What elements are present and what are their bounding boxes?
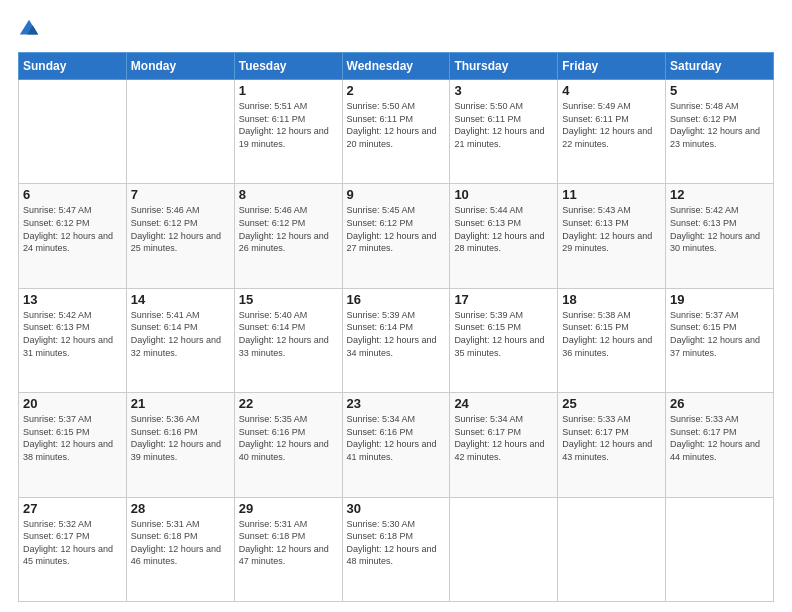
day-info: Sunrise: 5:39 AMSunset: 6:15 PMDaylight:… xyxy=(454,309,553,359)
weekday-header-friday: Friday xyxy=(558,53,666,80)
weekday-header-tuesday: Tuesday xyxy=(234,53,342,80)
day-info: Sunrise: 5:48 AMSunset: 6:12 PMDaylight:… xyxy=(670,100,769,150)
day-info: Sunrise: 5:46 AMSunset: 6:12 PMDaylight:… xyxy=(131,204,230,254)
day-number: 24 xyxy=(454,396,553,411)
day-info: Sunrise: 5:34 AMSunset: 6:17 PMDaylight:… xyxy=(454,413,553,463)
day-number: 2 xyxy=(347,83,446,98)
calendar-cell: 8Sunrise: 5:46 AMSunset: 6:12 PMDaylight… xyxy=(234,184,342,288)
day-info: Sunrise: 5:31 AMSunset: 6:18 PMDaylight:… xyxy=(131,518,230,568)
day-info: Sunrise: 5:40 AMSunset: 6:14 PMDaylight:… xyxy=(239,309,338,359)
day-number: 13 xyxy=(23,292,122,307)
calendar-cell: 4Sunrise: 5:49 AMSunset: 6:11 PMDaylight… xyxy=(558,80,666,184)
calendar-week-row: 20Sunrise: 5:37 AMSunset: 6:15 PMDayligh… xyxy=(19,393,774,497)
calendar-week-row: 6Sunrise: 5:47 AMSunset: 6:12 PMDaylight… xyxy=(19,184,774,288)
day-number: 18 xyxy=(562,292,661,307)
day-info: Sunrise: 5:34 AMSunset: 6:16 PMDaylight:… xyxy=(347,413,446,463)
day-number: 28 xyxy=(131,501,230,516)
day-info: Sunrise: 5:46 AMSunset: 6:12 PMDaylight:… xyxy=(239,204,338,254)
day-number: 25 xyxy=(562,396,661,411)
calendar-cell: 20Sunrise: 5:37 AMSunset: 6:15 PMDayligh… xyxy=(19,393,127,497)
day-info: Sunrise: 5:43 AMSunset: 6:13 PMDaylight:… xyxy=(562,204,661,254)
day-number: 7 xyxy=(131,187,230,202)
header xyxy=(18,18,774,42)
day-number: 3 xyxy=(454,83,553,98)
calendar-cell: 11Sunrise: 5:43 AMSunset: 6:13 PMDayligh… xyxy=(558,184,666,288)
day-number: 6 xyxy=(23,187,122,202)
day-info: Sunrise: 5:33 AMSunset: 6:17 PMDaylight:… xyxy=(562,413,661,463)
day-number: 30 xyxy=(347,501,446,516)
day-info: Sunrise: 5:39 AMSunset: 6:14 PMDaylight:… xyxy=(347,309,446,359)
logo xyxy=(18,18,42,42)
day-info: Sunrise: 5:37 AMSunset: 6:15 PMDaylight:… xyxy=(23,413,122,463)
calendar-cell: 17Sunrise: 5:39 AMSunset: 6:15 PMDayligh… xyxy=(450,288,558,392)
calendar-cell xyxy=(666,497,774,601)
day-info: Sunrise: 5:36 AMSunset: 6:16 PMDaylight:… xyxy=(131,413,230,463)
calendar-header-row: SundayMondayTuesdayWednesdayThursdayFrid… xyxy=(19,53,774,80)
weekday-header-monday: Monday xyxy=(126,53,234,80)
calendar-cell: 26Sunrise: 5:33 AMSunset: 6:17 PMDayligh… xyxy=(666,393,774,497)
calendar-cell: 29Sunrise: 5:31 AMSunset: 6:18 PMDayligh… xyxy=(234,497,342,601)
page: SundayMondayTuesdayWednesdayThursdayFrid… xyxy=(0,0,792,612)
day-info: Sunrise: 5:35 AMSunset: 6:16 PMDaylight:… xyxy=(239,413,338,463)
day-info: Sunrise: 5:51 AMSunset: 6:11 PMDaylight:… xyxy=(239,100,338,150)
calendar-cell: 5Sunrise: 5:48 AMSunset: 6:12 PMDaylight… xyxy=(666,80,774,184)
day-info: Sunrise: 5:42 AMSunset: 6:13 PMDaylight:… xyxy=(670,204,769,254)
calendar-week-row: 1Sunrise: 5:51 AMSunset: 6:11 PMDaylight… xyxy=(19,80,774,184)
day-number: 14 xyxy=(131,292,230,307)
day-info: Sunrise: 5:42 AMSunset: 6:13 PMDaylight:… xyxy=(23,309,122,359)
calendar-cell: 10Sunrise: 5:44 AMSunset: 6:13 PMDayligh… xyxy=(450,184,558,288)
day-number: 26 xyxy=(670,396,769,411)
day-info: Sunrise: 5:33 AMSunset: 6:17 PMDaylight:… xyxy=(670,413,769,463)
calendar-cell: 3Sunrise: 5:50 AMSunset: 6:11 PMDaylight… xyxy=(450,80,558,184)
calendar-cell: 15Sunrise: 5:40 AMSunset: 6:14 PMDayligh… xyxy=(234,288,342,392)
calendar-cell: 22Sunrise: 5:35 AMSunset: 6:16 PMDayligh… xyxy=(234,393,342,497)
weekday-header-saturday: Saturday xyxy=(666,53,774,80)
calendar-cell: 30Sunrise: 5:30 AMSunset: 6:18 PMDayligh… xyxy=(342,497,450,601)
day-info: Sunrise: 5:32 AMSunset: 6:17 PMDaylight:… xyxy=(23,518,122,568)
day-number: 12 xyxy=(670,187,769,202)
day-info: Sunrise: 5:47 AMSunset: 6:12 PMDaylight:… xyxy=(23,204,122,254)
day-info: Sunrise: 5:30 AMSunset: 6:18 PMDaylight:… xyxy=(347,518,446,568)
calendar-cell: 2Sunrise: 5:50 AMSunset: 6:11 PMDaylight… xyxy=(342,80,450,184)
day-info: Sunrise: 5:45 AMSunset: 6:12 PMDaylight:… xyxy=(347,204,446,254)
day-number: 5 xyxy=(670,83,769,98)
calendar-cell: 21Sunrise: 5:36 AMSunset: 6:16 PMDayligh… xyxy=(126,393,234,497)
calendar-cell xyxy=(126,80,234,184)
day-number: 11 xyxy=(562,187,661,202)
calendar-cell xyxy=(19,80,127,184)
calendar-cell: 13Sunrise: 5:42 AMSunset: 6:13 PMDayligh… xyxy=(19,288,127,392)
day-number: 20 xyxy=(23,396,122,411)
calendar-cell: 16Sunrise: 5:39 AMSunset: 6:14 PMDayligh… xyxy=(342,288,450,392)
day-number: 22 xyxy=(239,396,338,411)
day-number: 27 xyxy=(23,501,122,516)
calendar-week-row: 27Sunrise: 5:32 AMSunset: 6:17 PMDayligh… xyxy=(19,497,774,601)
calendar-cell: 1Sunrise: 5:51 AMSunset: 6:11 PMDaylight… xyxy=(234,80,342,184)
weekday-header-sunday: Sunday xyxy=(19,53,127,80)
calendar-cell xyxy=(450,497,558,601)
calendar-cell: 24Sunrise: 5:34 AMSunset: 6:17 PMDayligh… xyxy=(450,393,558,497)
calendar-table: SundayMondayTuesdayWednesdayThursdayFrid… xyxy=(18,52,774,602)
day-number: 21 xyxy=(131,396,230,411)
day-number: 4 xyxy=(562,83,661,98)
calendar-cell: 9Sunrise: 5:45 AMSunset: 6:12 PMDaylight… xyxy=(342,184,450,288)
weekday-header-thursday: Thursday xyxy=(450,53,558,80)
calendar-cell: 18Sunrise: 5:38 AMSunset: 6:15 PMDayligh… xyxy=(558,288,666,392)
calendar-cell: 28Sunrise: 5:31 AMSunset: 6:18 PMDayligh… xyxy=(126,497,234,601)
day-info: Sunrise: 5:37 AMSunset: 6:15 PMDaylight:… xyxy=(670,309,769,359)
day-number: 1 xyxy=(239,83,338,98)
day-number: 29 xyxy=(239,501,338,516)
calendar-cell xyxy=(558,497,666,601)
calendar-cell: 7Sunrise: 5:46 AMSunset: 6:12 PMDaylight… xyxy=(126,184,234,288)
calendar-cell: 6Sunrise: 5:47 AMSunset: 6:12 PMDaylight… xyxy=(19,184,127,288)
calendar-week-row: 13Sunrise: 5:42 AMSunset: 6:13 PMDayligh… xyxy=(19,288,774,392)
logo-icon xyxy=(18,18,40,40)
day-number: 15 xyxy=(239,292,338,307)
day-number: 9 xyxy=(347,187,446,202)
calendar-cell: 14Sunrise: 5:41 AMSunset: 6:14 PMDayligh… xyxy=(126,288,234,392)
day-info: Sunrise: 5:41 AMSunset: 6:14 PMDaylight:… xyxy=(131,309,230,359)
calendar-cell: 23Sunrise: 5:34 AMSunset: 6:16 PMDayligh… xyxy=(342,393,450,497)
calendar-cell: 27Sunrise: 5:32 AMSunset: 6:17 PMDayligh… xyxy=(19,497,127,601)
day-number: 23 xyxy=(347,396,446,411)
calendar-cell: 12Sunrise: 5:42 AMSunset: 6:13 PMDayligh… xyxy=(666,184,774,288)
day-info: Sunrise: 5:44 AMSunset: 6:13 PMDaylight:… xyxy=(454,204,553,254)
